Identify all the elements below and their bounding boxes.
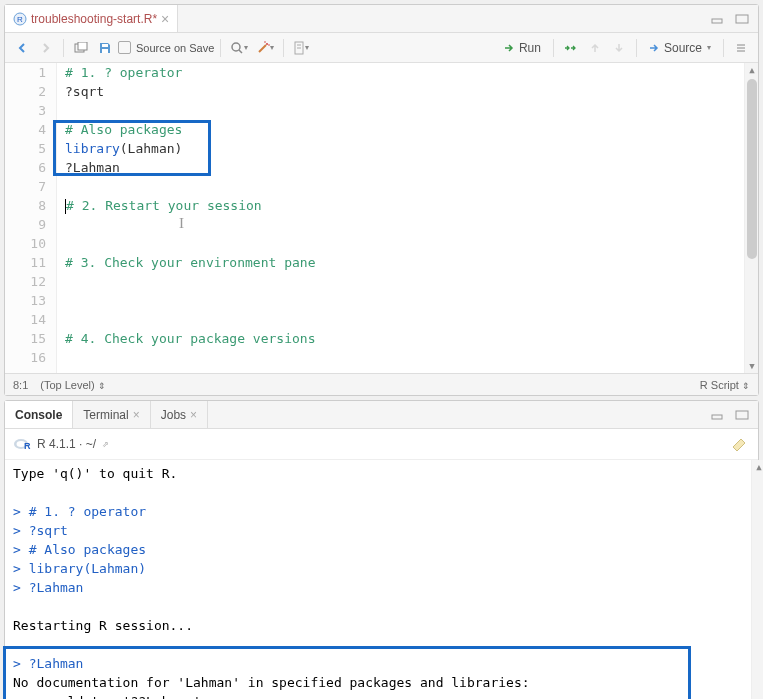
code-line[interactable]: ?Lahman (65, 158, 744, 177)
console-line: > # 1. ? operator (13, 502, 750, 521)
svg-text:R: R (24, 441, 31, 451)
console-output[interactable]: Type 'q()' to quit R. > # 1. ? operator>… (5, 460, 758, 699)
tab-filename: troubleshooting-start.R* (31, 12, 157, 26)
save-icon[interactable] (94, 37, 116, 59)
cursor-position: 8:1 (13, 379, 28, 391)
console-tab-console[interactable]: Console (5, 401, 73, 428)
console-tab-jobs[interactable]: Jobs× (151, 401, 208, 428)
close-icon[interactable]: × (133, 408, 140, 422)
console-line: you could try '??Lahman' (13, 692, 750, 699)
source-button[interactable]: Source ▾ (643, 39, 717, 57)
code-line[interactable] (65, 310, 744, 329)
back-icon[interactable] (11, 37, 33, 59)
editor-scrollbar[interactable]: ▲ ▼ (744, 63, 758, 373)
window-minimize-icon[interactable] (708, 404, 730, 426)
scroll-thumb[interactable] (747, 79, 757, 259)
code-line[interactable]: # 3. Check your environment pane (65, 253, 744, 272)
scroll-up-icon[interactable]: ▲ (745, 63, 759, 77)
scope-selector[interactable]: (Top Level) ⇕ (40, 379, 105, 391)
console-line: Restarting R session... (13, 616, 750, 635)
console-info-bar: R R 4.1.1 · ~/ ⇗ (5, 429, 758, 460)
console-line: > ?Lahman (13, 578, 750, 597)
clear-console-icon[interactable] (728, 433, 750, 455)
scroll-down-icon[interactable]: ▼ (745, 359, 759, 373)
svg-point-8 (232, 43, 240, 51)
text-cursor-icon: I (179, 214, 184, 233)
notebook-icon[interactable]: ▾ (290, 37, 312, 59)
source-on-save-checkbox[interactable] (118, 41, 131, 54)
code-line[interactable]: # 1. ? operator (65, 63, 744, 82)
wand-icon[interactable]: ▾ (253, 37, 277, 59)
svg-point-12 (264, 41, 266, 43)
code-line[interactable] (65, 177, 744, 196)
console-line (13, 597, 750, 616)
code-line[interactable] (65, 291, 744, 310)
svg-text:R: R (17, 15, 23, 24)
r-logo-icon: R (13, 437, 31, 451)
svg-rect-2 (712, 19, 722, 23)
run-button[interactable]: Run (498, 39, 547, 57)
window-maximize-icon[interactable] (732, 8, 754, 30)
show-in-new-window-icon[interactable] (70, 37, 92, 59)
svg-line-9 (239, 50, 242, 53)
console-dropdown-icon[interactable]: ⇗ (102, 440, 109, 449)
console-line: > ?sqrt (13, 521, 750, 540)
console-scrollbar[interactable]: ▲ (751, 460, 763, 699)
code-line[interactable] (65, 215, 744, 234)
svg-rect-3 (736, 15, 748, 23)
svg-rect-6 (102, 44, 108, 47)
svg-rect-21 (736, 411, 748, 419)
r-file-icon: R (13, 12, 27, 26)
window-minimize-icon[interactable] (708, 8, 730, 30)
svg-line-10 (259, 45, 266, 52)
console-line: > ?Lahman (13, 654, 750, 673)
svg-point-11 (266, 43, 268, 45)
console-line: > # Also packages (13, 540, 750, 559)
code-line[interactable] (65, 272, 744, 291)
console-line: No documentation for 'Lahman' in specifi… (13, 673, 750, 692)
svg-rect-20 (712, 415, 722, 419)
code-line[interactable]: # 2. Restart your session (65, 196, 744, 215)
code-area[interactable]: # 1. ? operator?sqrt# Also packageslibra… (57, 63, 744, 373)
console-line: Type 'q()' to quit R. (13, 464, 750, 483)
outline-icon[interactable] (730, 37, 752, 59)
console-tab-terminal[interactable]: Terminal× (73, 401, 150, 428)
r-version-label: R 4.1.1 · ~/ (37, 437, 96, 451)
svg-rect-5 (78, 42, 87, 50)
code-line[interactable] (65, 234, 744, 253)
code-line[interactable] (65, 348, 744, 367)
close-icon[interactable]: × (190, 408, 197, 422)
console-line: > library(Lahman) (13, 559, 750, 578)
code-line[interactable] (65, 101, 744, 120)
code-line[interactable]: # Also packages (65, 120, 744, 139)
code-line[interactable]: library(Lahman) (65, 139, 744, 158)
code-editor[interactable]: 12345678910111213141516 # 1. ? operator?… (5, 63, 758, 373)
close-icon[interactable]: × (161, 11, 169, 27)
language-selector[interactable]: R Script ⇕ (700, 379, 750, 391)
file-tab[interactable]: R troubleshooting-start.R* × (5, 5, 178, 32)
console-pane: ConsoleTerminal×Jobs× R R 4.1.1 · ~/ ⇗ T… (4, 400, 759, 699)
code-line[interactable]: # 4. Check your package versions (65, 329, 744, 348)
scroll-up-icon[interactable]: ▲ (752, 460, 763, 474)
window-maximize-icon[interactable] (732, 404, 754, 426)
find-icon[interactable]: ▾ (227, 37, 251, 59)
forward-icon[interactable] (35, 37, 57, 59)
editor-tab-bar: R troubleshooting-start.R* × (5, 5, 758, 33)
editor-pane: R troubleshooting-start.R* × Source on S… (4, 4, 759, 396)
code-line[interactable]: ?sqrt (65, 82, 744, 101)
go-up-icon[interactable] (584, 37, 606, 59)
console-line (13, 483, 750, 502)
console-tab-bar: ConsoleTerminal×Jobs× (5, 401, 758, 429)
source-on-save-label: Source on Save (136, 42, 214, 54)
console-line (13, 635, 750, 654)
editor-status-bar: 8:1 (Top Level) ⇕ R Script ⇕ (5, 373, 758, 395)
svg-rect-7 (102, 49, 108, 53)
line-gutter: 12345678910111213141516 (5, 63, 57, 373)
go-down-icon[interactable] (608, 37, 630, 59)
rerun-icon[interactable] (560, 37, 582, 59)
editor-toolbar: Source on Save ▾ ▾ ▾ Run Source ▾ (5, 33, 758, 63)
